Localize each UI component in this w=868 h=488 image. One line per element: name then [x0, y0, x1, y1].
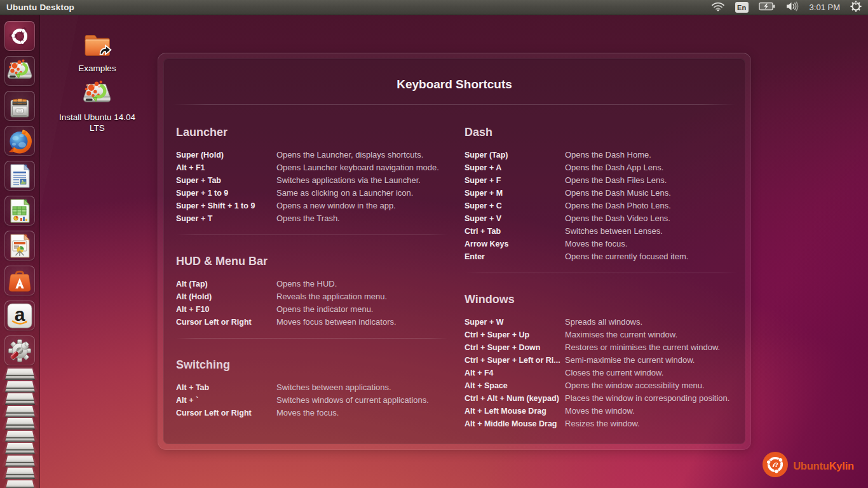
- shortcut-description: Opens Launcher keyboard navigation mode.: [276, 161, 439, 174]
- shortcut-rows: Alt (Tap)Opens the HUD.Alt (Hold)Reveals…: [176, 278, 448, 329]
- calc-spreadsheet-icon: [8, 198, 32, 224]
- software-center-icon: [8, 268, 31, 294]
- folded-item-tray: [5, 381, 35, 393]
- shortcut-description: Opens the Dash Photo Lens.: [565, 200, 671, 212]
- battery-indicator[interactable]: [754, 0, 780, 15]
- sound-indicator[interactable]: [780, 0, 804, 15]
- shortcut-section-title: Switching: [176, 359, 448, 370]
- shortcut-key: Super + 1 to 9: [176, 187, 276, 200]
- shortcut-row: Alt + F10Opens the indicator menu.: [176, 303, 448, 316]
- session-gear-shape: [850, 1, 862, 12]
- shortcut-description: Moves the window.: [565, 405, 635, 417]
- shortcut-rows: Super + WSpreads all windows.Ctrl + Supe…: [465, 316, 738, 430]
- shortcut-row: Super + 1 to 9Same as clicking on a Laun…: [176, 187, 448, 200]
- shortcut-key: Super + M: [465, 187, 565, 200]
- launcher-item-install-ubuntu[interactable]: [4, 56, 35, 86]
- shortcut-key: Super + Tab: [176, 174, 276, 187]
- shortcut-description: Opens the Trash.: [276, 212, 340, 225]
- shortcut-row: Alt + Left Mouse DragMoves the window.: [465, 405, 738, 417]
- shortcut-row: Super + TabSwitches applications via the…: [176, 174, 448, 187]
- clock[interactable]: 3:01 PM: [804, 3, 845, 12]
- launcher-item-libreoffice-writer[interactable]: [4, 161, 35, 191]
- examples-folder-icon-slot: [54, 32, 140, 62]
- battery-icon: [759, 2, 775, 13]
- shortcut-key: Enter: [465, 250, 565, 263]
- shortcut-description: Moves the focus.: [565, 238, 627, 250]
- panel-title: Ubuntu Desktop: [6, 3, 74, 12]
- shortcut-key: Arrow Keys: [465, 238, 565, 250]
- folded-item-tray: [5, 443, 35, 454]
- shortcut-key: Super (Hold): [176, 149, 276, 161]
- impress-presentation-icon: [8, 233, 32, 259]
- shortcuts-title: Keyboard Shortcuts: [158, 78, 751, 92]
- shortcut-row: Super + Shift + 1 to 9Opens a new window…: [176, 200, 448, 212]
- ubuntu-logo-icon: [9, 25, 31, 47]
- examples-folder-icon: [82, 32, 112, 60]
- examples-folder-icon: [82, 32, 112, 62]
- launcher-item-firefox[interactable]: [4, 126, 35, 156]
- shortcut-description: Opens the Launcher, displays shortcuts.: [276, 149, 423, 161]
- installer-disk-icon: [81, 79, 112, 111]
- launcher-folded-item[interactable]: [4, 480, 36, 488]
- writer-document-icon: [8, 163, 32, 189]
- shortcut-rows: Alt + TabSwitches between applications.A…: [176, 381, 448, 419]
- shortcut-row: Arrow KeysMoves the focus.: [465, 238, 738, 250]
- shortcut-row: EnterOpens the currently focused item.: [465, 250, 738, 263]
- shortcut-key: Alt (Tap): [176, 278, 276, 290]
- keyboard-layout-badge: En: [735, 2, 749, 13]
- launcher-item-libreoffice-calc[interactable]: [4, 196, 35, 226]
- shortcut-key: Super + F: [465, 174, 565, 187]
- launcher-item-system-settings[interactable]: [4, 336, 35, 365]
- launcher-item-libreoffice-impress[interactable]: [4, 231, 35, 261]
- ubuntukylin-wordmark: UbuntuKylin: [793, 460, 854, 472]
- volume-icon-shape: [785, 1, 799, 11]
- folded-item-tray: [5, 393, 35, 405]
- shortcut-description: Opens a new window in the app.: [276, 200, 396, 212]
- shortcut-key: Alt + `: [176, 394, 276, 407]
- launcher-item-software-center[interactable]: [4, 266, 35, 295]
- desktop-icon-examples[interactable]: Examples: [54, 32, 140, 74]
- shortcut-key: Ctrl + Tab: [465, 225, 565, 238]
- title-separator: [173, 104, 736, 105]
- shortcut-row: Alt + Middle Mouse DragResizes the windo…: [465, 417, 738, 430]
- shortcut-key: Cursor Left or Right: [176, 316, 276, 329]
- installer-disk-icon: [6, 58, 34, 85]
- examples-label: Examples: [54, 64, 140, 74]
- launcher-item-amazon[interactable]: a: [4, 301, 35, 330]
- shortcut-key: Alt + Tab: [176, 381, 276, 394]
- shortcut-key: Alt + Middle Mouse Drag: [465, 417, 565, 430]
- session-indicator[interactable]: [845, 0, 867, 15]
- volume-icon: [785, 1, 799, 14]
- amazon-icon: a: [7, 303, 32, 329]
- shortcut-row: Super + AOpens the Dash App Lens.: [465, 161, 738, 174]
- keyboard-indicator[interactable]: En: [730, 0, 754, 15]
- shortcut-row: Alt + SpaceOpens the window accessibilit…: [465, 379, 738, 392]
- shortcut-key: Alt + F10: [176, 303, 276, 316]
- section-separator: [176, 338, 448, 339]
- shortcut-row: Super (Tap)Opens the Dash Home.: [465, 149, 738, 161]
- folded-item-tray: [5, 468, 35, 479]
- battery-icon-shape: [759, 2, 775, 11]
- shortcut-row: Super + FOpens the Dash Files Lens.: [465, 174, 738, 187]
- shortcut-rows: Super (Hold)Opens the Launcher, displays…: [176, 149, 448, 225]
- shortcut-description: Same as clicking on a Launcher icon.: [276, 187, 413, 200]
- shortcut-description: Semi-maximise the current window.: [565, 354, 695, 367]
- shortcut-row: Super + WSpreads all windows.: [465, 316, 738, 329]
- network-indicator[interactable]: [706, 0, 730, 15]
- shortcut-row: Super + VOpens the Dash Video Lens.: [465, 212, 738, 225]
- shortcut-description: Restores or minimises the current window…: [565, 341, 720, 354]
- shortcut-key: Alt + Space: [465, 379, 565, 392]
- shortcut-description: Switches between applications.: [276, 381, 391, 394]
- shortcut-key: Ctrl + Alt + Num (keypad): [465, 392, 565, 405]
- shortcut-key: Super + W: [465, 316, 565, 329]
- shortcut-row: Alt + `Switches windows of current appli…: [176, 394, 448, 407]
- wifi-icon: [711, 1, 725, 14]
- wifi-icon-shape: [711, 1, 725, 11]
- shortcut-description: Opens the Dash Music Lens.: [565, 187, 671, 200]
- indicator-area: En 3:01 PM: [706, 0, 868, 15]
- shortcut-row: Ctrl + Super + UpMaximises the current w…: [465, 329, 738, 341]
- launcher-item-dash-home[interactable]: [4, 21, 35, 51]
- desktop-icon-install[interactable]: Install Ubuntu 14.04 LTS: [54, 79, 140, 133]
- launcher-item-files[interactable]: [4, 91, 35, 121]
- shortcut-description: Places the window in corresponding posit…: [565, 392, 729, 405]
